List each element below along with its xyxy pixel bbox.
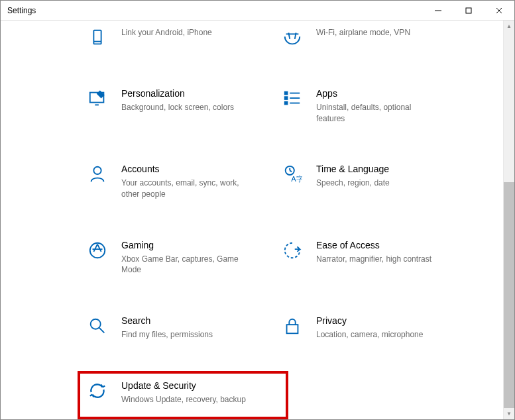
tile-personalization[interactable]: Personalization Background, lock screen,… bbox=[87, 88, 279, 124]
tile-search[interactable]: Search Find my files, permissions bbox=[87, 315, 279, 341]
tile-time-language[interactable]: A字 Time & Language Speech, region, date bbox=[282, 164, 474, 199]
tile-title: Search bbox=[121, 315, 213, 327]
ease-of-access-icon bbox=[282, 240, 303, 261]
tile-text: Wi-Fi, airplane mode, VPN bbox=[316, 27, 410, 38]
scroll-track[interactable] bbox=[504, 32, 514, 408]
svg-rect-12 bbox=[285, 97, 288, 99]
tile-desc: Your accounts, email, sync, work, other … bbox=[121, 178, 247, 200]
tile-phone[interactable]: Link your Android, iPhone bbox=[87, 27, 279, 48]
svg-rect-11 bbox=[285, 92, 288, 95]
maximize-button[interactable] bbox=[453, 1, 484, 20]
tile-desc: Windows Update, recovery, backup bbox=[121, 394, 246, 405]
svg-point-17 bbox=[93, 167, 101, 174]
tile-title: Accounts bbox=[121, 164, 247, 175]
title-bar: Settings bbox=[1, 1, 514, 21]
tile-title: Privacy bbox=[316, 315, 423, 327]
tile-desc: Xbox Game Bar, captures, Game Mode bbox=[121, 254, 247, 276]
tile-desc: Background, lock screen, colors bbox=[121, 102, 234, 113]
tile-title: Apps bbox=[316, 88, 442, 99]
content-area: Link your Android, iPhone Wi-Fi, airplan… bbox=[1, 21, 514, 419]
svg-rect-13 bbox=[285, 102, 288, 105]
globe-icon bbox=[282, 27, 303, 48]
tile-desc: Speech, region, date bbox=[316, 178, 390, 189]
accounts-icon bbox=[87, 164, 108, 185]
apps-icon bbox=[282, 88, 303, 109]
close-icon bbox=[494, 6, 504, 15]
tile-title: Time & Language bbox=[316, 164, 390, 175]
tile-apps[interactable]: Apps Uninstall, defaults, optional featu… bbox=[282, 88, 474, 124]
tile-text: Personalization Background, lock screen,… bbox=[121, 88, 234, 113]
tile-desc: Uninstall, defaults, optional features bbox=[316, 102, 442, 125]
tile-text: Apps Uninstall, defaults, optional featu… bbox=[316, 88, 442, 124]
tile-desc: Location, camera, microphone bbox=[316, 329, 423, 341]
tile-text: Search Find my files, permissions bbox=[121, 315, 213, 341]
tile-desc: Narrator, magnifier, high contrast bbox=[316, 254, 431, 265]
minimize-icon bbox=[433, 6, 443, 15]
tile-network[interactable]: Wi-Fi, airplane mode, VPN bbox=[282, 27, 474, 48]
tile-text: Link your Android, iPhone bbox=[121, 27, 212, 38]
tile-desc: Wi-Fi, airplane mode, VPN bbox=[316, 27, 410, 38]
vertical-scrollbar[interactable]: ▲ ▼ bbox=[503, 21, 514, 419]
tile-text: Accounts Your accounts, email, sync, wor… bbox=[121, 164, 247, 199]
gaming-icon bbox=[87, 240, 108, 261]
svg-line-20 bbox=[290, 171, 292, 172]
time-language-icon: A字 bbox=[282, 164, 303, 185]
tile-accounts[interactable]: Accounts Your accounts, email, sync, wor… bbox=[87, 164, 279, 199]
svg-point-23 bbox=[91, 319, 101, 329]
settings-grid: Link your Android, iPhone Wi-Fi, airplan… bbox=[1, 21, 503, 419]
tile-title: Ease of Access bbox=[316, 240, 431, 251]
settings-grid-container: Link your Android, iPhone Wi-Fi, airplan… bbox=[1, 21, 503, 419]
minimize-button[interactable] bbox=[423, 1, 453, 20]
tile-privacy[interactable]: Privacy Location, camera, microphone bbox=[282, 315, 474, 341]
maximize-icon bbox=[464, 6, 473, 15]
tile-title: Gaming bbox=[121, 240, 247, 251]
tile-gaming[interactable]: Gaming Xbox Game Bar, captures, Game Mod… bbox=[87, 240, 279, 276]
tile-title: Personalization bbox=[121, 88, 234, 99]
tile-text: Privacy Location, camera, microphone bbox=[316, 315, 423, 341]
svg-text:A字: A字 bbox=[291, 176, 302, 184]
tile-ease-of-access[interactable]: Ease of Access Narrator, magnifier, high… bbox=[282, 240, 474, 276]
tile-text: Ease of Access Narrator, magnifier, high… bbox=[316, 240, 431, 265]
scroll-thumb[interactable] bbox=[504, 182, 514, 408]
update-security-icon bbox=[87, 380, 108, 401]
empty-cell bbox=[282, 380, 477, 411]
tile-update-security[interactable]: Update & Security Windows Update, recove… bbox=[87, 380, 279, 411]
svg-rect-25 bbox=[287, 325, 298, 333]
svg-rect-1 bbox=[466, 8, 471, 13]
window-controls bbox=[423, 1, 514, 20]
search-icon bbox=[87, 315, 108, 337]
tile-title: Update & Security bbox=[121, 380, 246, 392]
tile-desc: Find my files, permissions bbox=[121, 329, 213, 341]
window-title: Settings bbox=[1, 6, 36, 15]
scroll-down-arrow[interactable]: ▼ bbox=[504, 408, 514, 419]
svg-line-24 bbox=[99, 328, 105, 333]
settings-window: Settings Link your Androi bbox=[0, 0, 515, 420]
tile-desc: Link your Android, iPhone bbox=[121, 27, 212, 38]
privacy-icon bbox=[282, 315, 303, 337]
close-button[interactable] bbox=[484, 1, 514, 20]
scroll-up-arrow[interactable]: ▲ bbox=[504, 21, 514, 32]
tile-text: Update & Security Windows Update, recove… bbox=[121, 380, 246, 405]
personalization-icon bbox=[87, 88, 108, 109]
tile-text: Time & Language Speech, region, date bbox=[316, 164, 390, 189]
phone-icon bbox=[87, 27, 108, 48]
tile-text: Gaming Xbox Game Bar, captures, Game Mod… bbox=[121, 240, 247, 276]
